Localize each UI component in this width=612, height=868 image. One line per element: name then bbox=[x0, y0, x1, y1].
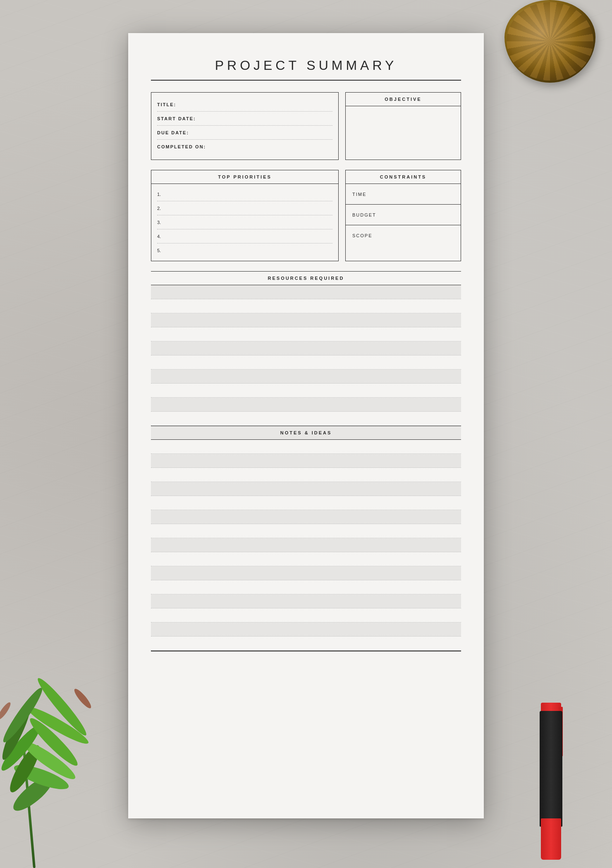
objective-box: OBJECTIVE bbox=[345, 92, 461, 160]
middle-section: TOP PRIORITIES 1. 2. 3. 4. 5. bbox=[151, 170, 461, 261]
note-line-12 bbox=[151, 594, 461, 608]
note-line-8 bbox=[151, 538, 461, 552]
marker-body bbox=[540, 711, 562, 827]
notes-lines bbox=[151, 440, 461, 651]
document-paper: PROJECT SUMMARY TITLE: START DATE: DUE D… bbox=[128, 33, 484, 818]
priority-item-2: 2. bbox=[157, 201, 332, 215]
svg-point-10 bbox=[72, 687, 93, 710]
priorities-list: 1. 2. 3. 4. 5. bbox=[151, 184, 338, 261]
priority-num-5: 5. bbox=[157, 248, 161, 253]
note-line-6 bbox=[151, 510, 461, 524]
note-line-10 bbox=[151, 566, 461, 580]
note-line-7 bbox=[151, 524, 461, 538]
marker-pen bbox=[540, 703, 562, 860]
completed-label: COMPLETED ON: bbox=[157, 144, 206, 149]
note-line-2 bbox=[151, 454, 461, 468]
start-date-label: START DATE: bbox=[157, 116, 196, 121]
resource-line-5 bbox=[151, 341, 461, 355]
top-section: TITLE: START DATE: DUE DATE: COMPLETED O… bbox=[151, 92, 461, 160]
resources-header: RESOURCES REQUIRED bbox=[151, 271, 461, 285]
notes-section: NOTES & IDEAS bbox=[151, 426, 461, 651]
completed-row: COMPLETED ON: bbox=[157, 140, 332, 154]
plant-decoration bbox=[0, 661, 116, 868]
priority-num-3: 3. bbox=[157, 220, 161, 225]
note-line-11 bbox=[151, 580, 461, 594]
resource-line-1 bbox=[151, 285, 461, 299]
note-line-13 bbox=[151, 608, 461, 622]
priority-item-5: 5. bbox=[157, 243, 332, 258]
constraints-header: CONSTRAINTS bbox=[346, 170, 461, 184]
resource-line-4 bbox=[151, 327, 461, 341]
due-date-label: DUE DATE: bbox=[157, 130, 189, 135]
marker-cap-bottom bbox=[541, 818, 561, 860]
priority-num-1: 1. bbox=[157, 192, 161, 197]
constraints-box: CONSTRAINTS TIME BUDGET SCOPE bbox=[345, 170, 461, 261]
bottom-divider bbox=[151, 651, 461, 651]
priorities-box: TOP PRIORITIES 1. 2. 3. 4. 5. bbox=[151, 170, 339, 261]
resources-section: RESOURCES REQUIRED bbox=[151, 271, 461, 426]
note-line-14 bbox=[151, 622, 461, 637]
priority-item-4: 4. bbox=[157, 229, 332, 243]
note-line-1 bbox=[151, 440, 461, 454]
note-line-9 bbox=[151, 552, 461, 566]
svg-point-11 bbox=[0, 701, 12, 721]
constraint-budget: BUDGET bbox=[346, 205, 461, 225]
title-row: TITLE: bbox=[157, 98, 332, 112]
note-line-4 bbox=[151, 482, 461, 496]
priorities-header: TOP PRIORITIES bbox=[151, 170, 338, 184]
objective-header: OBJECTIVE bbox=[346, 93, 461, 106]
plant-leaves bbox=[0, 661, 116, 868]
start-date-row: START DATE: bbox=[157, 112, 332, 126]
constraint-time-label: TIME bbox=[352, 192, 366, 197]
objective-content bbox=[346, 106, 461, 160]
resource-line-2 bbox=[151, 299, 461, 313]
priority-num-4: 4. bbox=[157, 234, 161, 239]
title-label: TITLE: bbox=[157, 102, 176, 107]
due-date-row: DUE DATE: bbox=[157, 126, 332, 140]
note-line-5 bbox=[151, 496, 461, 510]
resource-line-3 bbox=[151, 313, 461, 327]
resource-line-7 bbox=[151, 370, 461, 384]
twine-ball-decoration bbox=[504, 0, 595, 83]
priority-item-3: 3. bbox=[157, 215, 332, 229]
constraint-time: TIME bbox=[346, 184, 461, 205]
constraint-scope-label: SCOPE bbox=[352, 233, 373, 238]
constraint-budget-label: BUDGET bbox=[352, 212, 376, 217]
resource-line-8 bbox=[151, 384, 461, 398]
note-line-3 bbox=[151, 468, 461, 482]
title-divider bbox=[151, 80, 461, 81]
priority-item-1: 1. bbox=[157, 187, 332, 201]
note-line-15 bbox=[151, 637, 461, 651]
project-info-box: TITLE: START DATE: DUE DATE: COMPLETED O… bbox=[151, 92, 339, 160]
constraint-scope: SCOPE bbox=[346, 225, 461, 246]
resources-lines bbox=[151, 285, 461, 426]
resource-line-10 bbox=[151, 412, 461, 426]
document-title: PROJECT SUMMARY bbox=[151, 58, 461, 73]
resource-line-6 bbox=[151, 355, 461, 370]
priority-num-2: 2. bbox=[157, 206, 161, 211]
notes-header: NOTES & IDEAS bbox=[151, 426, 461, 440]
resource-line-9 bbox=[151, 398, 461, 412]
